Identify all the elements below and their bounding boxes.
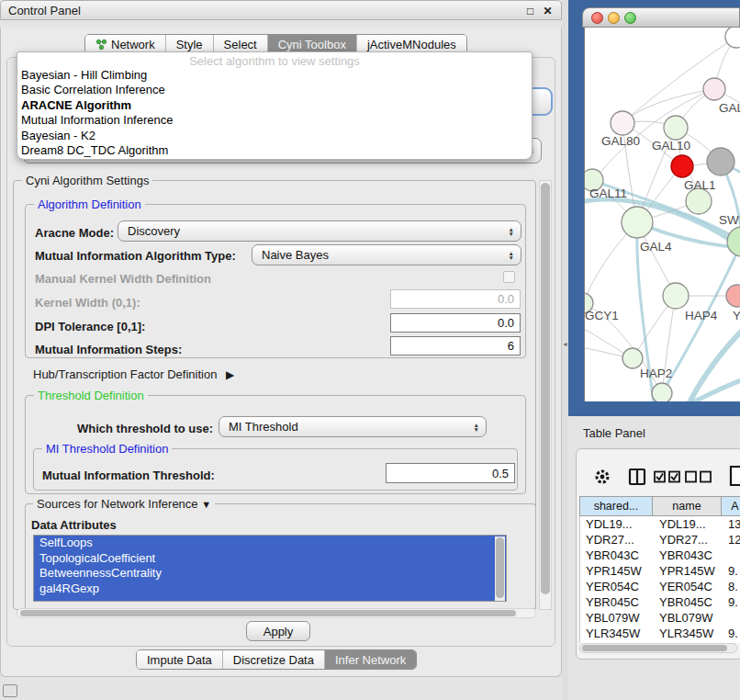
network-node[interactable] xyxy=(663,283,689,309)
algorithm-dropdown-item[interactable]: Bayesian - Hill Climbing xyxy=(17,68,532,83)
mi-type-label: Mutual Information Algorithm Type: xyxy=(35,249,236,263)
close-icon[interactable]: ✕ xyxy=(541,4,555,17)
table-row[interactable]: YER054CYER054C8. xyxy=(580,579,740,594)
settings-vertical-scrollbar[interactable] xyxy=(539,180,552,610)
data-attribute-item[interactable]: SelfLoops xyxy=(34,536,506,551)
data-attribute-item[interactable]: TopologicalCoefficient xyxy=(34,551,506,567)
network-node[interactable] xyxy=(727,227,740,256)
network-node[interactable] xyxy=(671,155,693,177)
tab-infer-network[interactable]: Infer Network xyxy=(324,650,416,669)
table-row[interactable]: YBL079WYBL079W xyxy=(580,610,740,626)
tab-network[interactable]: Network xyxy=(85,35,165,53)
export-table-icon[interactable] xyxy=(729,465,740,487)
table-row[interactable]: YBR045CYBR045C9. xyxy=(580,594,740,610)
select-all-checkboxes-icon[interactable] xyxy=(654,470,681,483)
settings-horizontal-scrollbar-thumb[interactable] xyxy=(20,610,516,616)
table-row[interactable]: YBR043CYBR043C xyxy=(580,548,740,563)
column-header[interactable]: A xyxy=(722,496,740,516)
algorithm-dropdown-item[interactable]: ARACNE Algorithm xyxy=(17,98,532,113)
mi-threshold-field[interactable]: 0.5 xyxy=(386,463,515,483)
which-threshold-combobox[interactable]: MI Threshold ▲▼ xyxy=(219,416,487,437)
column-layout-icon[interactable] xyxy=(628,468,646,486)
mi-steps-field[interactable]: 6 xyxy=(390,336,521,356)
attributes-scrollbar-thumb[interactable] xyxy=(496,537,504,598)
table-cell[interactable]: 9. xyxy=(723,627,740,640)
hub-section-header[interactable]: Hub/Transcription Factor Definition ▶ xyxy=(33,367,234,381)
data-attribute-item[interactable]: gal4RGexp xyxy=(34,581,506,597)
table-cell[interactable]: 13 xyxy=(723,517,740,531)
tab-cyni-toolbox[interactable]: Cyni Toolbox xyxy=(267,35,356,53)
mi-type-combobox[interactable]: Naive Bayes ▲▼ xyxy=(252,244,521,265)
table-row[interactable]: YLR345WYLR345W9. xyxy=(580,626,740,641)
algorithm-dropdown-item[interactable]: Mutual Information Inference xyxy=(17,113,532,128)
table-horizontal-scrollbar-thumb[interactable] xyxy=(582,645,727,651)
deselect-all-checkboxes-icon[interactable] xyxy=(685,470,712,483)
network-node[interactable] xyxy=(664,116,688,140)
table-cell[interactable]: YBR045C xyxy=(654,595,723,609)
table-row[interactable]: YDL19...YDL19...13 xyxy=(580,516,740,532)
table-cell[interactable]: 9. xyxy=(723,595,740,609)
network-node[interactable] xyxy=(622,207,653,238)
network-canvas[interactable]: GALGAL80GAL10GAL11GAL1SWI4GAL4GCY1HAP4YH… xyxy=(584,28,740,401)
network-node[interactable] xyxy=(622,348,643,368)
network-node[interactable] xyxy=(707,148,734,175)
table-cell[interactable]: YLR345W xyxy=(580,627,654,640)
restore-panel-button[interactable] xyxy=(3,684,17,697)
network-window-titlebar[interactable] xyxy=(582,7,740,28)
network-node[interactable] xyxy=(686,188,712,214)
table-rows[interactable]: YDL19...YDL19...13YDR27...YDR27...12YBR0… xyxy=(579,516,740,643)
table-cell[interactable]: 12 xyxy=(723,533,740,547)
network-node[interactable] xyxy=(652,383,672,401)
data-attributes-list[interactable]: SelfLoopsTopologicalCoefficientBetweenne… xyxy=(33,535,507,602)
table-cell[interactable]: YPR145W xyxy=(654,564,723,578)
table-cell[interactable]: 9. xyxy=(723,564,740,578)
table-row[interactable]: YPR145WYPR145W9. xyxy=(580,563,740,579)
table-cell[interactable]: YBR043C xyxy=(580,548,654,562)
gear-icon[interactable] xyxy=(593,468,611,486)
column-header[interactable]: shared... xyxy=(579,496,653,516)
network-node[interactable] xyxy=(611,111,634,135)
algorithm-dropdown-item[interactable]: Dream8 DC_TDC Algorithm xyxy=(17,143,532,158)
data-attribute-item[interactable]: BetweennessCentrality xyxy=(34,566,506,581)
table-cell[interactable]: YBL079W xyxy=(654,611,723,625)
tab-discretize-data[interactable]: Discretize Data xyxy=(222,650,324,669)
settings-horizontal-scrollbar[interactable] xyxy=(17,608,536,618)
network-node[interactable] xyxy=(703,78,725,100)
minimize-traffic-icon[interactable] xyxy=(608,12,620,24)
table-cell[interactable]: YLR345W xyxy=(654,627,723,640)
table-cell[interactable]: YDL19... xyxy=(580,517,654,531)
table-cell[interactable]: YDR27... xyxy=(580,533,654,547)
network-node[interactable] xyxy=(725,28,740,48)
table-cell[interactable]: YDR27... xyxy=(654,533,723,547)
table-cell[interactable]: YBR045C xyxy=(580,595,654,609)
table-cell[interactable]: YPR145W xyxy=(580,564,654,578)
tab-impute-data[interactable]: Impute Data xyxy=(137,650,222,669)
algorithm-dropdown-item[interactable]: Basic Correlation Inference xyxy=(17,83,532,97)
divider-collapse-handle[interactable]: ◂ xyxy=(562,340,568,349)
apply-button[interactable]: Apply xyxy=(246,621,310,641)
table-cell[interactable]: YER054C xyxy=(580,580,654,593)
dpi-tolerance-field[interactable]: 0.0 xyxy=(390,313,521,333)
tab-style[interactable]: Style xyxy=(165,35,213,53)
close-traffic-icon[interactable] xyxy=(591,12,603,24)
table-cell[interactable]: YBL079W xyxy=(580,611,654,625)
table-horizontal-scrollbar[interactable] xyxy=(579,643,737,653)
attributes-scrollbar[interactable] xyxy=(495,536,505,602)
tab-select[interactable]: Select xyxy=(213,35,267,53)
tab-jactivemnodules[interactable]: jActiveMNodules xyxy=(356,35,466,53)
zoom-traffic-icon[interactable] xyxy=(624,12,636,24)
network-node[interactable] xyxy=(726,285,740,307)
column-header[interactable]: name xyxy=(653,496,722,516)
table-cell[interactable]: YBR043C xyxy=(654,548,723,562)
table-row[interactable]: YDR27...YDR27...12 xyxy=(580,532,740,548)
control-panel-titlebar[interactable]: Control Panel □ ✕ xyxy=(0,0,562,20)
table-cell[interactable]: 8. xyxy=(723,580,740,593)
table-cell[interactable]: YER054C xyxy=(654,580,723,593)
settings-vertical-scrollbar-thumb[interactable] xyxy=(541,183,550,594)
float-icon[interactable]: □ xyxy=(523,4,537,17)
sources-legend[interactable]: Sources for Network Inference ▼ xyxy=(33,497,215,511)
aracne-mode-combobox[interactable]: Discovery ▲▼ xyxy=(118,220,521,242)
algorithm-dropdown-item[interactable]: Bayesian - K2 xyxy=(17,129,532,143)
table-cell[interactable]: YDL19... xyxy=(654,517,723,531)
panel-divider[interactable] xyxy=(562,0,568,700)
